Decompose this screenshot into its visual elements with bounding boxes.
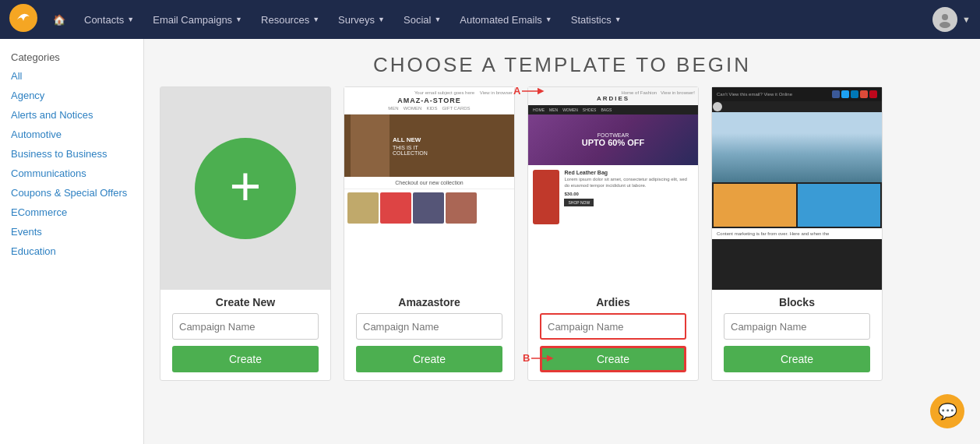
chevron-down-icon-7: ▼ bbox=[615, 16, 622, 23]
svg-point-1 bbox=[942, 14, 948, 20]
amazastore-preview: Your email subject goes here View in bro… bbox=[344, 87, 514, 290]
ardies-hero: FOOTWEAR UPTO 60% OFF bbox=[528, 115, 698, 165]
templates-row: + Create New Create Your email subject g… bbox=[144, 86, 980, 389]
pinterest-icon bbox=[869, 90, 877, 98]
blocks-main-image bbox=[712, 112, 882, 182]
blocks-header-text: Can't View this email? View it Online bbox=[717, 92, 792, 97]
blocks-icon-row bbox=[712, 101, 882, 112]
nav-automated-emails-label: Automated Emails bbox=[460, 14, 542, 26]
ardies-shop-btn: SHOP NOW bbox=[564, 199, 594, 206]
amazastore-item-4 bbox=[446, 192, 477, 224]
nav-contacts-label: Contacts bbox=[84, 14, 124, 26]
nav-surveys[interactable]: Surveys ▼ bbox=[330, 9, 393, 30]
twitter-icon bbox=[841, 90, 849, 98]
amazastore-campaign-input[interactable] bbox=[356, 313, 502, 340]
amazastore-banner: ALL NEW THIS IS ITCOLLECTION bbox=[344, 115, 514, 177]
nav-resources-label: Resources bbox=[261, 14, 309, 26]
blocks-text: Content marketing is far from over. Here… bbox=[712, 228, 882, 239]
chat-icon: 💬 bbox=[938, 402, 957, 421]
amazastore-logo: AMAZ-A-STORE bbox=[346, 97, 513, 104]
annotation-a-arrow bbox=[522, 86, 545, 97]
navbar: 🏠 Contacts ▼ Email Campaigns ▼ Resources… bbox=[0, 0, 980, 39]
nav-email-campaigns[interactable]: Email Campaigns ▼ bbox=[145, 9, 250, 30]
annotation-b-arrow bbox=[531, 353, 555, 364]
ardies-hero-text: FOOTWEAR UPTO 60% OFF bbox=[582, 132, 644, 147]
blocks-preview: Can't View this email? View it Online bbox=[712, 87, 882, 290]
blocks-name: Blocks bbox=[779, 290, 815, 313]
nav-statistics-label: Statistics bbox=[571, 14, 612, 26]
ardies-nav: HOMEMENWOMENSHOESBAGS bbox=[528, 105, 698, 115]
ardies-header: Home of Fashion View in browser! ARDIES bbox=[528, 87, 698, 105]
sidebar-item-coupons[interactable]: Coupons & Special Offers bbox=[0, 183, 143, 203]
sidebar-title: Categories bbox=[0, 47, 143, 66]
chevron-down-icon-5: ▼ bbox=[434, 16, 441, 23]
chevron-down-icon-6: ▼ bbox=[545, 16, 552, 23]
blocks-grid-item-1 bbox=[714, 184, 796, 227]
ardies-campaign-input[interactable] bbox=[540, 313, 686, 340]
sidebar-item-communications[interactable]: Communications bbox=[0, 164, 143, 183]
chat-widget[interactable]: 💬 bbox=[930, 394, 964, 428]
ardies-name: Ardies bbox=[596, 290, 630, 313]
page-title: CHOOSE A TEMPLATE TO BEGIN bbox=[144, 39, 980, 86]
template-card-create-new: + Create New Create bbox=[160, 86, 331, 381]
nav-statistics[interactable]: Statistics ▼ bbox=[563, 9, 629, 30]
sidebar-item-ecommerce[interactable]: ECommerce bbox=[0, 203, 143, 222]
chevron-down-icon: ▼ bbox=[127, 16, 134, 23]
blocks-social-icons bbox=[832, 90, 877, 98]
logo[interactable] bbox=[9, 4, 37, 35]
nav-resources[interactable]: Resources ▼ bbox=[253, 9, 327, 30]
nav-contacts[interactable]: Contacts ▼ bbox=[76, 9, 142, 30]
nav-automated-emails[interactable]: Automated Emails ▼ bbox=[452, 9, 559, 30]
chevron-down-icon-4: ▼ bbox=[378, 16, 385, 23]
chevron-down-icon-3: ▼ bbox=[312, 16, 319, 23]
sidebar-item-b2b[interactable]: Business to Business bbox=[0, 144, 143, 164]
content-area: CHOOSE A TEMPLATE TO BEGIN + Create New … bbox=[144, 39, 980, 444]
sidebar-item-events[interactable]: Events bbox=[0, 222, 143, 241]
template-card-amazastore: Your email subject goes here View in bro… bbox=[344, 86, 515, 381]
ardies-bag-image bbox=[533, 170, 559, 224]
nav-email-campaigns-label: Email Campaigns bbox=[153, 14, 232, 26]
amazastore-figure bbox=[351, 115, 390, 177]
blocks-campaign-input[interactable] bbox=[724, 313, 870, 340]
annotation-b-wrapper: B Create bbox=[540, 346, 686, 372]
annotation-a: A bbox=[513, 86, 545, 97]
sidebar-item-agency[interactable]: Agency bbox=[0, 86, 143, 105]
sidebar-item-education[interactable]: Education bbox=[0, 241, 143, 261]
main-content: Categories All Agency Alerts and Notices… bbox=[0, 39, 980, 444]
facebook-icon bbox=[832, 90, 840, 98]
ardies-logo: ARDIES bbox=[531, 95, 695, 102]
create-new-campaign-input[interactable] bbox=[172, 313, 319, 340]
user-avatar[interactable] bbox=[932, 7, 957, 32]
nav-home[interactable]: 🏠 bbox=[45, 9, 73, 30]
home-icon: 🏠 bbox=[53, 14, 65, 26]
nav-social[interactable]: Social ▼ bbox=[396, 9, 449, 30]
blocks-header: Can't View this email? View it Online bbox=[712, 87, 882, 101]
ardies-preview: Home of Fashion View in browser! ARDIES … bbox=[528, 87, 698, 290]
plus-icon: + bbox=[230, 159, 262, 213]
amazastore-create-button[interactable]: Create bbox=[356, 346, 502, 372]
create-new-name: Create New bbox=[216, 290, 275, 313]
sidebar-item-all[interactable]: All bbox=[0, 66, 143, 86]
chevron-down-icon-2: ▼ bbox=[235, 16, 242, 23]
amazastore-banner-text: ALL NEW THIS IS ITCOLLECTION bbox=[393, 136, 428, 156]
ardies-product-info: Red Leather Bag Lorem ipsum dolor sit am… bbox=[564, 170, 693, 206]
template-card-ardies: Home of Fashion View in browser! ARDIES … bbox=[527, 86, 699, 381]
avatar-dropdown-icon[interactable]: ▼ bbox=[962, 15, 971, 24]
template-card-blocks: Can't View this email? View it Online bbox=[711, 86, 883, 381]
annotation-a-label: A bbox=[513, 86, 520, 97]
sidebar: Categories All Agency Alerts and Notices… bbox=[0, 39, 144, 444]
amazastore-checkout: Checkout our new collection bbox=[344, 177, 514, 189]
ardies-create-button[interactable]: Create bbox=[540, 346, 686, 372]
blocks-avatar-icon bbox=[713, 102, 722, 111]
blocks-grid-item-2 bbox=[798, 184, 880, 227]
sidebar-item-alerts[interactable]: Alerts and Notices bbox=[0, 105, 143, 125]
sidebar-item-automotive[interactable]: Automotive bbox=[0, 125, 143, 144]
create-new-button[interactable]: Create bbox=[172, 346, 319, 372]
amazastore-item-1 bbox=[347, 192, 379, 224]
blocks-create-button[interactable]: Create bbox=[724, 346, 870, 372]
blocks-grid bbox=[712, 182, 882, 228]
amazastore-name: Amazastore bbox=[398, 290, 460, 313]
create-new-preview: + bbox=[160, 87, 330, 290]
annotation-b-label: B bbox=[523, 352, 530, 364]
svg-point-2 bbox=[939, 22, 950, 28]
